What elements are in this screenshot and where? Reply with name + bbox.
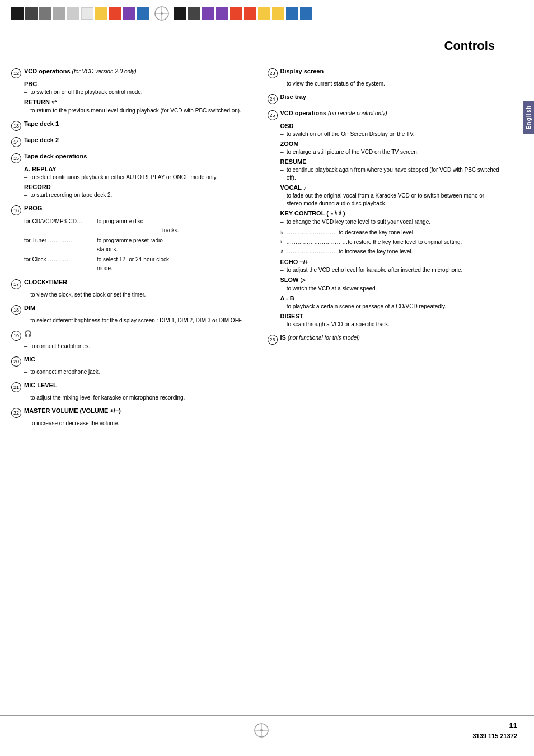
- bullet-text: to adjust the VCD echo level for karaoke…: [287, 266, 463, 274]
- dash: –: [24, 191, 27, 198]
- color-block: [258, 7, 270, 20]
- section-18: 18 DIM – to select different brightness …: [11, 304, 245, 325]
- prog-clock-desc: to select 12- or 24-hour clock: [97, 255, 169, 264]
- section-header-18: 18 DIM: [11, 304, 245, 315]
- bullet-text: to select different brightness for the d…: [30, 317, 242, 325]
- section-header-14: 14 Tape deck 2: [11, 137, 245, 147]
- subheading-pbc: PBC: [24, 81, 245, 87]
- color-block: [300, 7, 312, 20]
- section-header-21: 21 MIC LEVEL: [11, 382, 245, 392]
- section-25: 25 VCD operations (on remote control onl…: [268, 110, 501, 328]
- subheading-keycontrol: KEY CONTROL ( ♭ ♮ ♯ ): [280, 210, 501, 217]
- color-block: [67, 7, 79, 20]
- dash: –: [280, 266, 284, 273]
- color-block: [81, 7, 93, 20]
- bottom-right: 11 3139 115 21372: [472, 721, 517, 739]
- key-flat: ♭ ……………………… to decrease the key tone lev…: [280, 228, 501, 237]
- dash: –: [24, 420, 27, 426]
- subheading-vocal: VOCAL ♪: [280, 184, 501, 191]
- item-title-25: VCD operations (on remote control only): [280, 110, 387, 116]
- bullet-text: to connect headphones.: [30, 342, 90, 350]
- section-16: 16 PROG for CD/VCD/MP3-CD… to programme …: [11, 205, 245, 273]
- subheading-osd: OSD: [280, 123, 501, 129]
- item-number-17: 17: [11, 279, 21, 289]
- bullet-return: – to return to the previous menu level d…: [24, 107, 245, 115]
- top-bar: [0, 0, 534, 27]
- bottom-bar: 11 3139 115 21372: [0, 715, 534, 739]
- item-title-17: CLOCK•TIMER: [24, 279, 67, 285]
- subheading-digest: DIGEST: [280, 313, 501, 320]
- bullet-record: – to start recording on tape deck 2.: [24, 191, 245, 199]
- color-block: [188, 7, 200, 20]
- item-title-24: Disc tray: [280, 93, 306, 100]
- prog-tuner-desc2: stations.: [97, 245, 245, 254]
- svg-point-7: [260, 729, 263, 731]
- dash: –: [280, 285, 284, 292]
- subheading-resume: RESUME: [280, 158, 501, 165]
- color-blocks-left: [11, 7, 149, 20]
- dash: –: [24, 394, 27, 401]
- subheading-echo: ECHO −/+: [280, 259, 501, 265]
- bullet-digest: – to scan through a VCD or a specific tr…: [280, 321, 501, 328]
- section-15: 15 Tape deck operations A. REPLAY – to s…: [11, 153, 245, 199]
- bullet-text: to return to the previous menu level dur…: [30, 107, 241, 115]
- section-header-19: 19 🎧: [11, 330, 245, 341]
- prog-details: for CD/VCD/MP3-CD… to programme disc tra…: [24, 217, 245, 273]
- bullet-zoom: – to enlarge a still picture of the VCD …: [280, 148, 501, 156]
- left-column: 12 VCD operations (for VCD version 2.0 o…: [11, 68, 256, 433]
- color-block: [123, 7, 135, 20]
- bullet-keycontrol: – to change the VCD key tone level to su…: [280, 218, 501, 226]
- bullet-volume: – to increase or decrease the volume.: [24, 420, 245, 428]
- prog-cd-label: for CD/VCD/MP3-CD…: [24, 217, 97, 226]
- page-title: Controls: [11, 27, 523, 59]
- subheading-ab: A - B: [280, 295, 501, 302]
- color-block: [25, 7, 38, 20]
- bullet-miclevel: – to adjust the mixing level for karaoke…: [24, 394, 245, 402]
- section-13: 13 Tape deck 1: [11, 120, 245, 131]
- item-title-20: MIC: [24, 356, 35, 363]
- item-number-26: 26: [268, 335, 278, 345]
- section-header-15: 15 Tape deck operations: [11, 153, 245, 163]
- bullet-text: to switch on or off the On Screen Displa…: [287, 130, 415, 138]
- section-12: 12 VCD operations (for VCD version 2.0 o…: [11, 68, 245, 115]
- section-header-17: 17 CLOCK•TIMER: [11, 279, 245, 289]
- bullet-text: to enlarge a still picture of the VCD on…: [287, 148, 419, 156]
- item-number-24: 24: [268, 94, 278, 104]
- bullet-text: to change the VCD key tone level to suit…: [287, 218, 430, 226]
- item-title-16: PROG: [24, 205, 42, 212]
- color-block: [202, 7, 214, 20]
- prog-tuner: for Tuner …………. to programme preset radi…: [24, 236, 245, 245]
- right-column: 23 Display screen – to view the current …: [262, 68, 523, 433]
- key-sharp: ♯ ……………………… to increase the key tone lev…: [280, 247, 501, 256]
- dash: –: [24, 317, 27, 323]
- section-22: 22 MASTER VOLUME (VOLUME +/−) – to incre…: [11, 407, 245, 428]
- section-header-12: 12 VCD operations (for VCD version 2.0 o…: [11, 68, 245, 78]
- section-header-23: 23 Display screen: [268, 68, 501, 78]
- svg-point-3: [161, 12, 163, 15]
- bullet-text: to start recording on tape deck 2.: [30, 191, 112, 199]
- bullet-text: to view the current status of the system…: [287, 80, 385, 88]
- bullet-text: to scan through a VCD or a specific trac…: [287, 321, 390, 328]
- bullet-text: to view the clock, set the clock or set …: [30, 291, 146, 299]
- main-content: 12 VCD operations (for VCD version 2.0 o…: [0, 59, 534, 442]
- item-number-20: 20: [11, 356, 21, 367]
- bullet-text: to continue playback again from where yo…: [287, 166, 500, 182]
- subheading-zoom: ZOOM: [280, 140, 501, 147]
- color-block: [230, 7, 242, 20]
- dash: –: [280, 80, 284, 87]
- bullet-slow: – to watch the VCD at a slower speed.: [280, 285, 501, 293]
- prog-clock-label: for Clock ………….: [24, 255, 97, 264]
- section-26: 26 IS (not functional for this model): [268, 334, 501, 345]
- bullet-mic: – to connect microphone jack.: [24, 368, 245, 376]
- item-title-15: Tape deck operations: [24, 153, 87, 159]
- section-14: 14 Tape deck 2: [11, 137, 245, 147]
- dash: –: [280, 303, 284, 309]
- english-tab: English: [523, 101, 534, 134]
- subheading-record: RECORD: [24, 184, 245, 190]
- bullet-osd: – to switch on or off the On Screen Disp…: [280, 130, 501, 138]
- item-title-19: 🎧: [24, 330, 32, 337]
- item-title-13: Tape deck 1: [24, 120, 59, 127]
- item-number-16: 16: [11, 205, 21, 215]
- prog-tuner-label: for Tuner ………….: [24, 236, 97, 245]
- section-header-22: 22 MASTER VOLUME (VOLUME +/−): [11, 407, 245, 418]
